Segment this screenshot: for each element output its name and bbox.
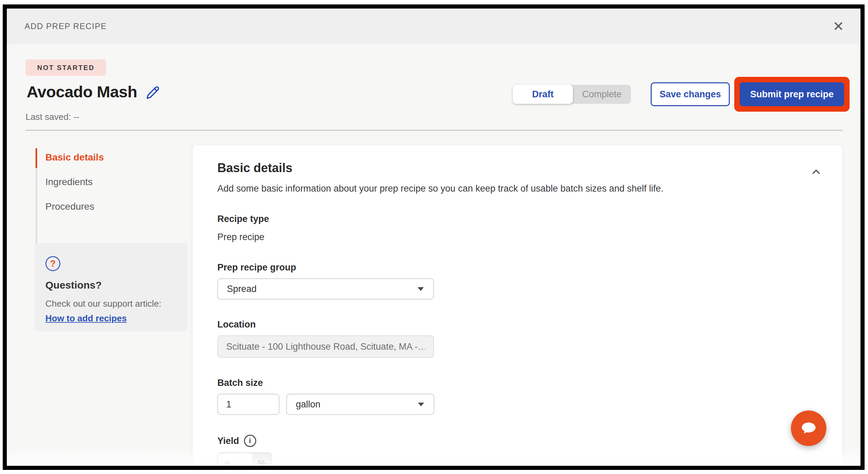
section-nav: Basic details Ingredients Procedures xyxy=(7,145,193,219)
location-field: Location xyxy=(217,319,822,358)
header-divider xyxy=(26,130,843,131)
location-label: Location xyxy=(217,319,822,330)
yield-percent-suffix: % xyxy=(252,453,271,470)
card-title: Basic details xyxy=(217,161,292,175)
yield-label-row: Yield i xyxy=(217,435,822,447)
save-changes-button[interactable]: Save changes xyxy=(651,82,730,106)
chevron-down-icon xyxy=(418,403,424,406)
yield-label: Yield xyxy=(217,436,239,446)
card-description: Add some basic information about your pr… xyxy=(217,183,822,194)
modal-content: NOT STARTED Avocado Mash Last saved: -- … xyxy=(7,44,860,466)
card-header: Basic details xyxy=(217,161,822,178)
modal-titlebar: ADD PREP RECIPE ✕ xyxy=(7,9,860,44)
prep-recipe-group-value: Spread xyxy=(227,284,257,294)
add-prep-recipe-modal: ADD PREP RECIPE ✕ NOT STARTED Avocado Ma… xyxy=(3,4,865,470)
edit-pencil-icon[interactable] xyxy=(146,86,160,99)
close-icon[interactable]: ✕ xyxy=(833,19,844,33)
how-to-add-recipes-link[interactable]: How to add recipes xyxy=(45,313,127,324)
prep-recipe-group-select[interactable]: Spread xyxy=(217,278,434,299)
location-input xyxy=(217,335,434,358)
draft-complete-toggle: Draft Complete xyxy=(513,85,631,104)
chat-bubble-button[interactable] xyxy=(791,410,826,446)
recipe-type-label: Recipe type xyxy=(217,214,822,224)
toggle-draft[interactable]: Draft xyxy=(513,85,573,104)
batch-size-field: Batch size gallon xyxy=(217,378,822,415)
nav-rail-active-indicator xyxy=(35,148,37,168)
help-box: ? Questions? Check out our support artic… xyxy=(35,243,188,331)
yield-input[interactable] xyxy=(218,453,252,470)
chevron-down-icon xyxy=(418,287,424,291)
question-mark-icon: ? xyxy=(45,256,60,271)
recipe-title-row: Avocado Mash xyxy=(27,82,160,101)
yield-input-group: % xyxy=(217,452,272,470)
recipe-title: Avocado Mash xyxy=(27,82,137,101)
recipe-type-value: Prep recipe xyxy=(217,232,822,242)
batch-size-row: gallon xyxy=(217,394,822,415)
sidebar-item-procedures[interactable]: Procedures xyxy=(35,194,193,219)
chat-bubble-icon xyxy=(799,419,818,437)
chevron-up-icon[interactable] xyxy=(810,166,822,178)
toggle-complete[interactable]: Complete xyxy=(573,85,631,104)
status-badge: NOT STARTED xyxy=(26,59,106,76)
last-saved-text: Last saved: -- xyxy=(26,112,79,122)
actions-row: Draft Complete Save changes Submit prep … xyxy=(513,76,850,113)
batch-size-label: Batch size xyxy=(217,378,822,388)
help-title: Questions? xyxy=(45,279,177,291)
batch-unit-value: gallon xyxy=(296,399,320,410)
prep-recipe-group-field: Prep recipe group Spread xyxy=(217,262,822,299)
submit-prep-recipe-button[interactable]: Submit prep recipe xyxy=(740,82,844,106)
info-icon[interactable]: i xyxy=(244,435,256,447)
batch-unit-select[interactable]: gallon xyxy=(286,394,434,415)
recipe-type-group: Recipe type Prep recipe xyxy=(217,214,822,242)
sidebar-item-basic-details[interactable]: Basic details xyxy=(35,145,193,170)
yield-field: Yield i % xyxy=(217,435,822,470)
submit-highlight-annotation: Submit prep recipe xyxy=(734,77,850,112)
modal-title: ADD PREP RECIPE xyxy=(25,22,107,31)
sidebar: Basic details Ingredients Procedures ? Q… xyxy=(7,145,193,219)
batch-quantity-input[interactable] xyxy=(217,394,279,415)
main-row: Basic details Ingredients Procedures ? Q… xyxy=(7,145,860,466)
basic-details-card: Basic details Add some basic information… xyxy=(193,145,842,470)
prep-recipe-group-label: Prep recipe group xyxy=(217,262,822,273)
sidebar-item-ingredients[interactable]: Ingredients xyxy=(35,170,193,194)
help-text: Check out our support article: xyxy=(45,298,177,309)
